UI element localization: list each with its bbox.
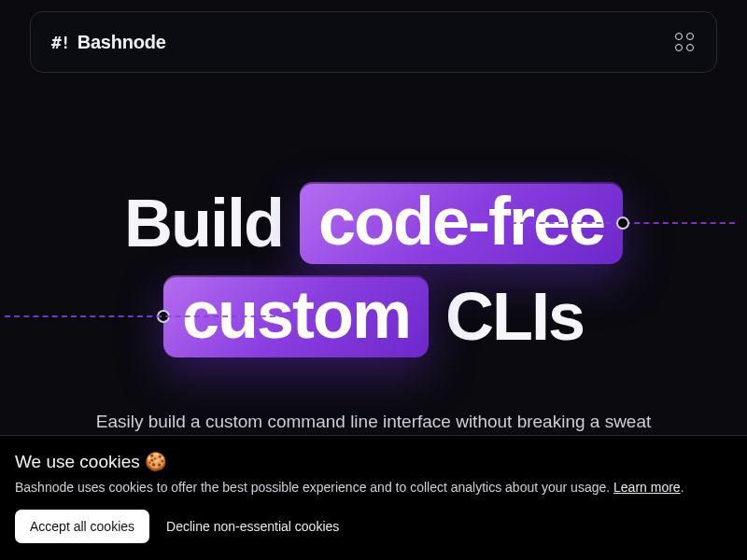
hero-line-2: custom CLIs [0, 275, 747, 357]
hero-word-code-free: code-free [318, 188, 604, 255]
hero-line-1: Build code-free [0, 182, 747, 264]
cookie-title: We use cookies 🍪 [15, 451, 732, 472]
top-nav: #! Bashnode [30, 11, 717, 73]
hero-pill-code-free: code-free [300, 182, 623, 264]
brand-name: Bashnode [78, 32, 166, 53]
hero-word-clis: CLIs [445, 283, 584, 350]
hero-word-build: Build [124, 189, 283, 257]
menu-dot-icon [675, 33, 683, 40]
hero-pill-custom: custom [163, 275, 429, 357]
decline-cookies-button[interactable]: Decline non-essential cookies [166, 519, 339, 534]
cookie-body-text: Bashnode uses cookies to offer the best … [15, 480, 613, 495]
app-menu-button[interactable] [673, 31, 696, 53]
menu-dot-icon [686, 33, 694, 40]
cookie-body: Bashnode uses cookies to offer the best … [15, 480, 732, 495]
cookie-actions: Accept all cookies Decline non-essential… [15, 510, 732, 543]
hero-word-custom: custom [182, 281, 410, 348]
brand[interactable]: #! Bashnode [51, 32, 166, 53]
menu-dot-icon [686, 44, 694, 51]
hero: Build code-free custom CLIs Easily build… [0, 182, 747, 432]
hero-subhead: Easily build a custom command line inter… [0, 412, 747, 432]
brand-mark-icon: #! [51, 33, 70, 52]
connector-dash-left [5, 315, 285, 317]
cookie-body-post: . [681, 480, 684, 495]
accept-cookies-button[interactable]: Accept all cookies [15, 510, 149, 543]
menu-dot-icon [675, 44, 683, 51]
cookie-banner: We use cookies 🍪 Bashnode uses cookies t… [0, 435, 747, 560]
connector-dash-right [511, 222, 735, 224]
cookie-learn-more-link[interactable]: Learn more [613, 480, 681, 495]
